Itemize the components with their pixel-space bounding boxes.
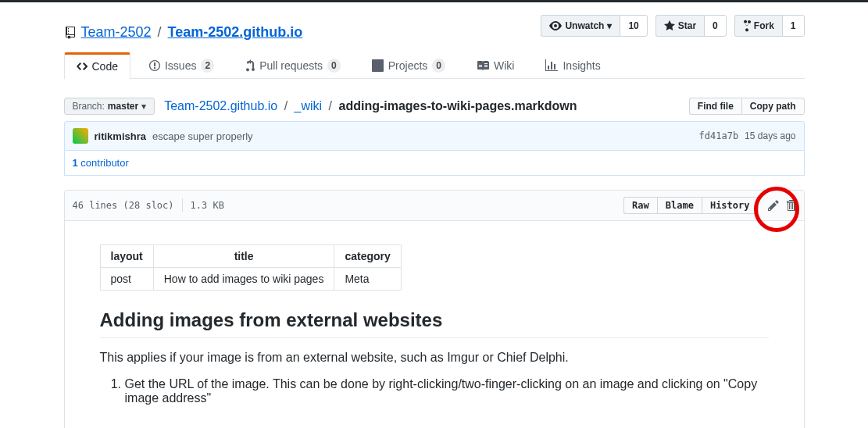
fork-label: Fork: [754, 18, 774, 34]
star-icon: [664, 20, 675, 32]
project-icon: [372, 59, 384, 72]
tab-insights[interactable]: Insights: [533, 52, 613, 79]
unwatch-group: Unwatch ▾ 10: [541, 15, 647, 37]
file-box: 46 lines (28 sloc) 1.3 KB Raw Blame Hist…: [64, 190, 805, 428]
fork-group: Fork 1: [734, 15, 805, 37]
tab-code[interactable]: Code: [64, 52, 130, 79]
blame-button[interactable]: Blame: [657, 197, 702, 214]
section-heading: Adding images from external websites: [100, 309, 769, 338]
tab-wiki[interactable]: Wiki: [464, 52, 527, 79]
commit-sha[interactable]: fd41a7b: [699, 130, 739, 141]
eye-icon: [549, 20, 562, 32]
projects-count: 0: [432, 59, 445, 73]
breadcrumb: Team-2502.github.io / _wiki / adding-ima…: [164, 99, 577, 113]
graph-icon: [545, 59, 558, 72]
contributors-bar[interactable]: 1 contributor: [64, 151, 805, 176]
code-icon: [77, 60, 88, 73]
tab-pull-requests[interactable]: Pull requests 0: [233, 52, 353, 79]
section-paragraph: This applies if your image is from an ex…: [100, 351, 769, 365]
issues-count: 2: [201, 59, 214, 73]
edit-button[interactable]: [762, 194, 785, 216]
fork-button[interactable]: Fork: [734, 15, 782, 37]
unwatch-label: Unwatch: [565, 18, 604, 34]
repo-title: Team-2502 / Team-2502.github.io: [64, 24, 541, 41]
raw-button[interactable]: Raw: [623, 197, 657, 214]
breadcrumb-root[interactable]: Team-2502.github.io: [164, 99, 277, 112]
book-icon: [477, 59, 489, 72]
file-size: 1.3 KB: [191, 200, 224, 211]
avatar[interactable]: [73, 128, 88, 144]
repo-owner-link[interactable]: Team-2502: [81, 24, 152, 41]
star-label: Star: [678, 18, 696, 34]
caret-down-icon: ▾: [607, 18, 612, 34]
star-button[interactable]: Star: [655, 15, 704, 37]
file-lines: 46 lines (28 sloc): [73, 200, 174, 211]
file-header: 46 lines (28 sloc) 1.3 KB Raw Blame Hist…: [65, 191, 804, 221]
list-item: Get the URL of the image. This can be do…: [125, 377, 769, 405]
star-group: Star 0: [655, 15, 727, 37]
breadcrumb-file: adding-images-to-wiki-pages.markdown: [338, 99, 577, 112]
repo-icon: [64, 27, 77, 39]
pr-count: 0: [327, 59, 341, 73]
find-file-button[interactable]: Find file: [689, 98, 741, 115]
commit-message[interactable]: escape super properly: [152, 130, 253, 142]
branch-select[interactable]: Branch: master ▾: [64, 98, 155, 115]
pr-icon: [245, 59, 255, 72]
issue-icon: [149, 59, 160, 72]
delete-button[interactable]: [787, 199, 796, 212]
copy-path-button[interactable]: Copy path: [741, 98, 805, 115]
unwatch-button[interactable]: Unwatch ▾: [541, 15, 620, 37]
commit-author[interactable]: ritikmishra: [95, 130, 146, 142]
tab-projects[interactable]: Projects 0: [359, 52, 458, 79]
fork-count[interactable]: 1: [782, 15, 805, 37]
breadcrumb-dir[interactable]: _wiki: [295, 99, 323, 112]
file-body: layout title category post How to add im…: [65, 221, 804, 428]
repo-tabs: Code Issues 2 Pull requests 0 Projects 0…: [64, 52, 805, 79]
frontmatter-table: layout title category post How to add im…: [100, 244, 402, 291]
fork-icon: [743, 20, 751, 32]
file-nav: Branch: master ▾ Team-2502.github.io / _…: [64, 91, 805, 121]
steps-list: Get the URL of the image. This can be do…: [100, 377, 769, 405]
pencil-icon: [768, 199, 779, 212]
watchers-count[interactable]: 10: [620, 15, 647, 37]
tab-issues[interactable]: Issues 2: [137, 52, 227, 79]
table-row: post How to add images to wiki pages Met…: [100, 268, 401, 291]
history-button[interactable]: History: [702, 197, 759, 214]
caret-down-icon: ▾: [141, 101, 146, 112]
trash-icon: [787, 199, 796, 212]
repo-name-link[interactable]: Team-2502.github.io: [168, 24, 303, 41]
star-count[interactable]: 0: [704, 15, 727, 37]
commit-tease: ritikmishra escape super properly fd41a7…: [64, 121, 805, 151]
commit-time: 15 days ago: [745, 130, 795, 141]
